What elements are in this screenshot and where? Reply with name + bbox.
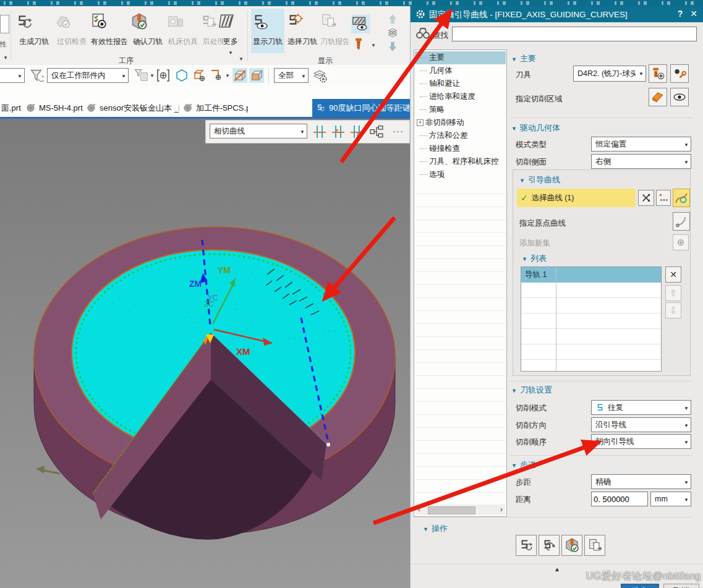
- hexagon-tool-icon[interactable]: [174, 68, 189, 83]
- tree-item-axis-avoid[interactable]: 轴和避让: [415, 77, 506, 90]
- view-shade-button[interactable]: [249, 68, 264, 83]
- action-verify-button[interactable]: [561, 535, 582, 556]
- ok-button[interactable]: 确定: [621, 584, 659, 588]
- reverse-direction-button[interactable]: [638, 190, 654, 206]
- unit-combo[interactable]: mm▼: [650, 492, 691, 506]
- machine-simulation-button[interactable]: 机床仿真: [167, 9, 199, 53]
- distance-input[interactable]: [591, 492, 648, 506]
- tool-display-button[interactable]: [352, 36, 365, 52]
- dialog-options-gear-icon[interactable]: [415, 9, 425, 19]
- section-header-main[interactable]: ▼主要: [511, 53, 536, 64]
- display-cut-area-button[interactable]: [670, 88, 689, 106]
- expand-icon[interactable]: +: [417, 119, 424, 126]
- chevron-down-icon[interactable]: ▼: [371, 43, 376, 48]
- toolpath-report-button[interactable]: 刀轨报告: [320, 9, 350, 53]
- filter-list-icon[interactable]: [134, 68, 148, 83]
- datum-plane-icon[interactable]: [209, 68, 224, 83]
- show-toolpath-button[interactable]: 显示刀轨: [251, 9, 284, 53]
- graphics-viewport[interactable]: YM ZM YC ZC XM: [0, 119, 410, 588]
- tree-item-method-tolerance[interactable]: 方法和公差: [415, 129, 506, 142]
- tree-item-strategy[interactable]: 策略: [415, 103, 506, 116]
- tree-item-non-cutting-moves[interactable]: +非切削移动: [415, 116, 506, 129]
- help-button[interactable]: ?: [675, 9, 686, 19]
- section-header-path-settings[interactable]: ▼刀轨设置: [511, 385, 552, 396]
- add-new-set-button[interactable]: ⊕: [673, 234, 689, 250]
- stepover-combo[interactable]: 精确▼: [591, 474, 691, 489]
- move-up-button[interactable]: [387, 14, 398, 25]
- part-tab[interactable]: 加工件-5PCS.prt: [183, 99, 248, 117]
- selection-type-combo[interactable]: ▼: [0, 68, 25, 83]
- select-toolpath-button[interactable]: 选择刀轨: [286, 9, 319, 53]
- section-header-stepover[interactable]: ▼步进: [511, 459, 536, 471]
- chevron-down-icon[interactable]: ▼: [150, 74, 155, 79]
- snap-point-icon[interactable]: [156, 68, 171, 83]
- view-section-button[interactable]: [232, 68, 247, 83]
- fillet-at-intersection-icon[interactable]: [331, 124, 346, 139]
- generate-toolpath-button[interactable]: 生成刀轨: [15, 9, 53, 53]
- more-options-icon[interactable]: ···: [393, 126, 404, 136]
- remove-list-item-button[interactable]: ✕: [665, 266, 681, 283]
- dialog-search-input[interactable]: [452, 27, 697, 41]
- cut-direction-combo[interactable]: 沿引导线▼: [591, 417, 691, 432]
- tree-item-tool-program-machine[interactable]: 刀具、程序和机床控: [415, 155, 506, 168]
- section-header-guide-curves[interactable]: ▼引导曲线: [519, 174, 560, 185]
- action-generate-button[interactable]: [516, 535, 537, 556]
- close-icon[interactable]: ✕: [688, 9, 699, 19]
- cut-pattern-combo[interactable]: 往复▼: [591, 400, 691, 415]
- part-tab-active[interactable]: 90度缺口同心圆等距谜: [312, 99, 414, 117]
- chevron-down-icon[interactable]: ▼: [3, 56, 8, 61]
- scope-filter-combo[interactable]: 仅在工作部件内▼: [47, 68, 129, 83]
- more-button[interactable]: 更多 ▼: [218, 9, 244, 53]
- scrollbar-thumb[interactable]: [428, 506, 475, 514]
- follow-fillet-icon[interactable]: [349, 124, 364, 139]
- list-row-selected[interactable]: 导轨 1: [521, 267, 661, 283]
- tree-item-options[interactable]: 选项: [415, 168, 506, 181]
- verify-toolpath-button[interactable]: 确认刀轨: [130, 9, 166, 53]
- section-header-actions[interactable]: ▼操作: [423, 523, 448, 534]
- points-dialog-button[interactable]: [656, 190, 671, 206]
- layers-icon[interactable]: [387, 27, 398, 38]
- tree-item-feeds-speeds[interactable]: 进给率和速度: [415, 90, 506, 103]
- edit-tool-button[interactable]: [670, 64, 689, 83]
- chevron-down-icon[interactable]: ▼: [225, 74, 230, 79]
- layer-filter-combo[interactable]: 全部▼: [274, 68, 309, 83]
- gouge-check-button[interactable]: 过切检查: [54, 9, 89, 53]
- tool-combo[interactable]: D4R2. (铣刀-球头▼: [573, 66, 646, 82]
- workpiece-display-button[interactable]: [351, 15, 370, 33]
- curve-rule-combo[interactable]: 相切曲线▼: [210, 124, 307, 138]
- pattern-type-combo[interactable]: 恒定偏置▼: [591, 137, 691, 151]
- specify-origin-curve-button[interactable]: [673, 212, 690, 231]
- scroll-left-icon[interactable]: ‹: [415, 505, 423, 514]
- branch-options-icon[interactable]: [369, 124, 384, 139]
- cut-side-combo[interactable]: 右侧▼: [591, 154, 691, 169]
- create-tool-button[interactable]: [649, 64, 667, 83]
- select-cut-area-button[interactable]: [649, 88, 667, 106]
- action-replay-button[interactable]: [539, 535, 560, 556]
- move-item-up-button[interactable]: ⇧: [665, 285, 681, 301]
- move-item-down-button[interactable]: ⇩: [665, 302, 681, 318]
- tree-horizontal-scrollbar[interactable]: ‹ ›: [415, 505, 505, 515]
- part-tab[interactable]: sensor安装钣金山本 _igs.prt: [87, 99, 179, 117]
- part-tab[interactable]: MS-5H-4.prt: [26, 99, 88, 117]
- stop-at-intersection-icon[interactable]: [312, 124, 327, 139]
- guide-list-table[interactable]: 导轨 1: [521, 266, 662, 372]
- layer-settings-icon[interactable]: [312, 68, 327, 83]
- section-header-drive-geometry[interactable]: ▼驱动几何体: [511, 122, 560, 134]
- select-curve-row[interactable]: ✓ 选择曲线 (1): [517, 189, 636, 207]
- filter-reset-icon[interactable]: [29, 68, 44, 83]
- ribbon-tab-strip[interactable]: [0, 0, 703, 6]
- tree-item-main[interactable]: 主要: [415, 51, 506, 64]
- tree-item-collision-check[interactable]: 碰撞检查: [415, 142, 506, 155]
- dialog-titlebar[interactable]: 固定轴引导曲线 - [FIXED_AXIS_GUIDING_CURVES] ? …: [411, 6, 703, 22]
- scroll-right-icon[interactable]: ›: [498, 505, 505, 514]
- section-header-list[interactable]: ▼列表: [522, 253, 547, 264]
- cut-order-combo[interactable]: 朝向引导线▼: [591, 434, 691, 449]
- group-dialog-launcher-icon[interactable]: ▼: [239, 57, 244, 62]
- move-down-button[interactable]: [387, 41, 398, 52]
- validity-report-button[interactable]: 有效性报告: [90, 9, 129, 53]
- tree-item-geometry[interactable]: 几何体: [415, 64, 506, 77]
- action-list-button[interactable]: [584, 535, 605, 556]
- curve-select-mode-button[interactable]: [673, 189, 690, 207]
- wcs-cube-icon[interactable]: [192, 68, 207, 83]
- cancel-button[interactable]: 取消: [663, 584, 699, 588]
